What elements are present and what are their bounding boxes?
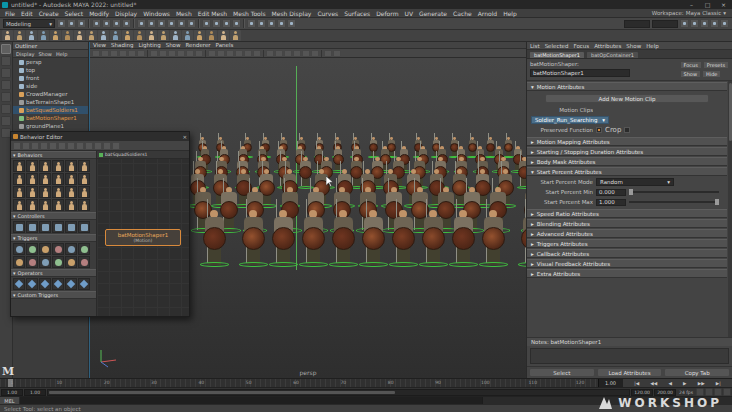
viewport-toolbar-icon[interactable] [311, 50, 319, 57]
sidebar-toggle-icon[interactable] [690, 19, 699, 28]
section-header-custom-triggers[interactable]: ▾Custom Triggers [11, 291, 96, 299]
menu-select[interactable]: Select [62, 10, 87, 17]
status-icon[interactable] [287, 19, 296, 28]
playback-end-field[interactable]: 120.00 [631, 389, 653, 396]
current-frame-field[interactable]: 1.00 [598, 379, 622, 387]
behavior-editor-titlebar[interactable]: Behavior Editor × [11, 132, 189, 141]
viewport-toolbar-icon[interactable] [253, 50, 261, 57]
menu-modify[interactable]: Modify [86, 10, 112, 17]
behavior-toolbar-icon[interactable] [103, 142, 111, 150]
behavior-toolbar-icon[interactable] [76, 142, 84, 150]
select-tool[interactable] [1, 44, 11, 54]
shelf-crowd-button[interactable] [98, 30, 109, 41]
command-input[interactable] [20, 397, 482, 404]
operators-icon[interactable] [78, 278, 90, 290]
outliner-item[interactable]: top [13, 66, 88, 74]
playback-start-field[interactable]: 1.00 [24, 389, 46, 396]
ae-section-start-percent-attributes[interactable]: ▾Start Percent Attributes [527, 167, 727, 176]
copy-tab-button[interactable]: Copy Tab [664, 368, 730, 377]
shelf-crowd-button[interactable] [122, 30, 133, 41]
behavior-toolbar-icon[interactable] [112, 142, 120, 150]
animation-end-field[interactable]: 200.00 [654, 389, 676, 396]
outliner-menu-help[interactable]: Help [56, 51, 67, 57]
behaviors-icon[interactable] [52, 160, 64, 172]
triggers-icon[interactable] [26, 256, 38, 268]
behaviors-icon[interactable] [13, 160, 25, 172]
controllers-icon[interactable] [52, 221, 64, 233]
triggers-icon[interactable] [52, 256, 64, 268]
sidebar-toggle-icon[interactable] [680, 19, 689, 28]
shelf-crowd-button[interactable] [206, 30, 217, 41]
status-icon[interactable] [102, 19, 111, 28]
viewport-menu-lighting[interactable]: Lighting [138, 42, 160, 48]
outliner-item[interactable]: groundPlane1 [13, 122, 88, 130]
time-slider[interactable]: 1102030405060708090100110120 [0, 379, 598, 387]
viewport-toolbar-icon[interactable] [302, 50, 310, 57]
outliner-item[interactable]: persp [13, 58, 88, 66]
shelf-crowd-button[interactable] [110, 30, 121, 41]
behavior-toolbar-icon[interactable] [13, 142, 21, 150]
status-icon[interactable] [202, 19, 211, 28]
shelf-crowd-button[interactable] [14, 30, 25, 41]
start-percent-min-field[interactable]: 0.000 [596, 189, 626, 196]
outliner-item[interactable]: front [13, 74, 88, 82]
ae-menu-list[interactable]: List [530, 43, 540, 49]
shelf-crowd-button[interactable] [134, 30, 145, 41]
close-icon[interactable]: × [182, 134, 187, 140]
status-icon[interactable] [112, 19, 121, 28]
ae-tab-batopcontainer1[interactable]: batOpContainer1 [586, 51, 639, 58]
motion-clip-select[interactable]: Soldier_Run_Searching▾ [531, 116, 609, 124]
shelf-crowd-button[interactable] [170, 30, 181, 41]
viewport-toolbar-icon[interactable] [150, 50, 158, 57]
menu-uv[interactable]: UV [402, 10, 417, 17]
status-icon[interactable] [57, 19, 66, 28]
status-icon[interactable] [67, 19, 76, 28]
ae-menu-show[interactable]: Show [626, 43, 641, 49]
workspace-selector[interactable]: Workspace: Maya Classic ▾ [652, 10, 730, 16]
menu-mesh[interactable]: Mesh [173, 10, 195, 17]
behaviors-icon[interactable] [78, 160, 90, 172]
playback-option-icon[interactable] [705, 388, 713, 396]
viewport-toolbar-icon[interactable] [119, 50, 127, 57]
shelf-crowd-button[interactable] [194, 30, 205, 41]
viewport-toolbar-icon[interactable] [168, 50, 176, 57]
behavior-toolbar-icon[interactable] [49, 142, 57, 150]
outliner-menu-display[interactable]: Display [16, 51, 34, 57]
behaviors-icon[interactable] [39, 173, 51, 185]
controllers-icon[interactable] [26, 221, 38, 233]
status-icon[interactable] [187, 19, 196, 28]
shelf-crowd-button[interactable] [74, 30, 85, 41]
sidebar-toggle-icon[interactable] [720, 19, 729, 28]
triggers-icon[interactable] [26, 243, 38, 255]
start-percent-min-slider[interactable] [629, 191, 719, 193]
playback-option-icon[interactable] [714, 388, 722, 396]
preserve-checkbox[interactable] [596, 127, 602, 133]
viewport-toolbar-icon[interactable] [177, 50, 185, 57]
behavior-editor-window[interactable]: Behavior Editor × ▾Behaviors▾Controllers… [10, 131, 190, 317]
playback-button[interactable]: ▶▶ [698, 381, 705, 386]
playback-option-icon[interactable] [696, 388, 704, 396]
shelf-crowd-button[interactable] [86, 30, 97, 41]
behaviors-icon[interactable] [78, 199, 90, 211]
triggers-icon[interactable] [13, 243, 25, 255]
viewport-menu-shading[interactable]: Shading [111, 42, 133, 48]
menu-mesh-tools[interactable]: Mesh Tools [230, 10, 268, 17]
status-input-field-2[interactable] [652, 20, 678, 28]
viewport-menu-renderer[interactable]: Renderer [185, 42, 210, 48]
viewport-toolbar-icon[interactable] [217, 50, 225, 57]
shelf-crowd-button[interactable] [50, 30, 61, 41]
behavior-toolbar-icon[interactable] [31, 142, 39, 150]
menu-create[interactable]: Create [36, 10, 62, 17]
status-icon[interactable] [137, 19, 146, 28]
menu-surfaces[interactable]: Surfaces [341, 10, 373, 17]
viewport-toolbar-icon[interactable] [128, 50, 136, 57]
shelf-crowd-button[interactable] [230, 30, 241, 41]
behaviors-icon[interactable] [26, 199, 38, 211]
status-icon[interactable] [122, 19, 131, 28]
triggers-icon[interactable] [78, 256, 90, 268]
ae-section-motion-attributes[interactable]: ▾Motion Attributes [527, 82, 727, 91]
start-percent-mode-select[interactable]: Random▾ [596, 178, 674, 186]
viewport-toolbar-icon[interactable] [186, 50, 194, 57]
status-icon[interactable] [222, 19, 231, 28]
range-slider[interactable] [47, 389, 630, 396]
